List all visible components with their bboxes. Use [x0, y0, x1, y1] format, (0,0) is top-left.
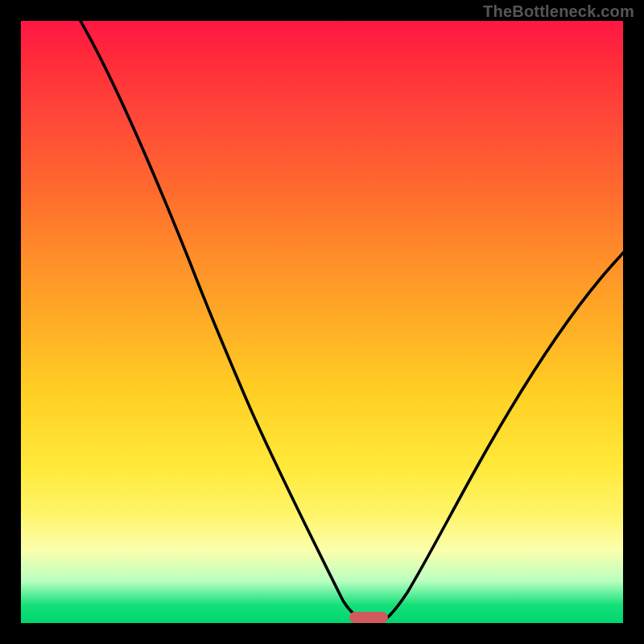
chart-wrap: TheBottleneck.com	[0, 0, 644, 644]
bottleneck-curve	[21, 21, 623, 623]
curve-path	[80, 21, 623, 623]
marker-pill	[349, 612, 388, 623]
watermark-text: TheBottleneck.com	[483, 2, 634, 21]
plot-area	[21, 21, 623, 623]
